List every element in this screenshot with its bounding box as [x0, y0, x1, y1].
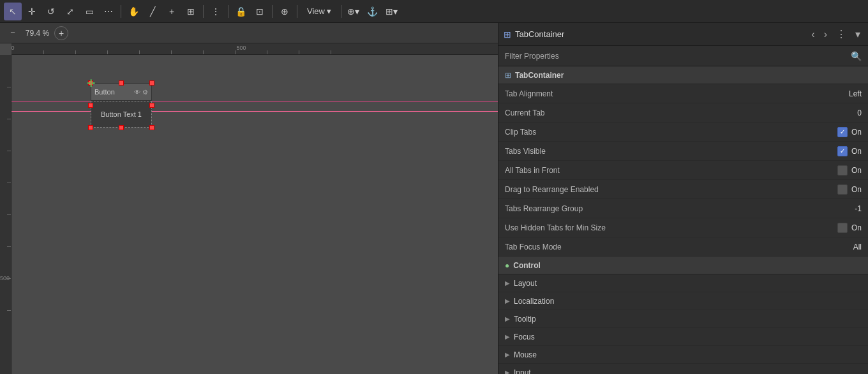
rect-tool-btn[interactable]: ▭	[80, 3, 98, 20]
prop-hidden-tabs-minsize-on: On	[851, 223, 862, 232]
prop-tab-alignment-value[interactable]: Left	[849, 89, 862, 98]
handle-bl[interactable]	[88, 125, 93, 130]
prop-tab-focus-mode-value[interactable]: All	[853, 243, 862, 251]
panel-forward-btn[interactable]: ›	[821, 27, 830, 41]
scale-tool-btn[interactable]: ⤢	[61, 3, 79, 20]
prop-tabs-rearrange-group-value[interactable]: -1	[855, 204, 862, 213]
btn-settings-icon[interactable]: ⚙	[142, 89, 148, 96]
sep2	[203, 5, 204, 18]
prop-tabs-visible-checkbox[interactable]: ✓	[837, 146, 848, 156]
extra-tool-btn[interactable]: +	[163, 3, 181, 20]
canvas-toolbar: − 79.4 % +	[0, 23, 498, 43]
button-text-node[interactable]: Button Text 1	[91, 101, 152, 128]
guide-line-horizontal	[11, 111, 498, 112]
prop-drag-rearrange: Drag to Rearrange Enabled On	[498, 180, 868, 199]
hand-tool-btn[interactable]: ✋	[124, 3, 142, 20]
view-btn[interactable]: View ▾	[301, 3, 338, 20]
rotate-tool-btn[interactable]: ↺	[42, 3, 60, 20]
section-tooltip[interactable]: ▶ Tooltip	[498, 310, 868, 328]
prop-current-tab-label: Current Tab	[505, 108, 857, 117]
prop-all-tabs-front-checkbox[interactable]	[837, 165, 848, 176]
section-mouse[interactable]: ▶ Mouse	[498, 346, 868, 364]
tooltip-label: Tooltip	[514, 315, 536, 324]
prop-clip-tabs-checkbox[interactable]: ✓	[837, 127, 848, 137]
handle-mr[interactable]	[149, 103, 154, 108]
control-section-icon: ●	[505, 261, 509, 270]
prop-tab-focus-mode-label: Tab Focus Mode	[505, 243, 853, 251]
section-input[interactable]: ▶ Input	[498, 364, 868, 374]
prop-all-tabs-front-on: On	[851, 166, 862, 175]
prop-current-tab-value[interactable]: 0	[857, 108, 862, 117]
handle-br[interactable]	[149, 125, 154, 130]
prop-hidden-tabs-minsize: Use Hidden Tabs for Min Size On	[498, 218, 868, 237]
grid-tool-btn[interactable]: ⊞	[182, 3, 200, 20]
prop-hidden-tabs-minsize-checkbox[interactable]	[837, 223, 848, 233]
panel-back-btn[interactable]: ‹	[809, 27, 817, 41]
selection-guide-line	[11, 101, 498, 101]
right-panel: ⊞ TabContainer ‹ › ⋮ ▾ Filter Properties…	[498, 23, 868, 374]
section-localization[interactable]: ▶ Localization	[498, 292, 868, 310]
zoom-label: 79.4 %	[23, 29, 52, 38]
prop-tabs-visible-label: Tabs Visible	[505, 147, 837, 156]
props-list: ⊞ TabContainer Tab Alignment Left Curren…	[498, 66, 868, 374]
sep6	[341, 5, 341, 18]
move-tool-btn[interactable]: ✛	[23, 3, 41, 20]
handle-ml[interactable]	[88, 103, 93, 108]
filter-search-btn[interactable]: 🔍	[851, 51, 862, 61]
anchor-btn[interactable]: ⚓	[364, 3, 382, 20]
prop-tab-alignment-label: Tab Alignment	[505, 89, 849, 98]
panel-header-left: ⊞ TabContainer	[504, 29, 564, 40]
tab-container-section-icon: ⊞	[505, 71, 511, 80]
button-node[interactable]: Button 👁 ⚙	[91, 83, 152, 101]
handle-bc[interactable]	[119, 125, 124, 130]
more-tool-btn[interactable]: ⋯	[100, 3, 117, 20]
node-widget[interactable]: ✛ Button 👁 ⚙	[82, 74, 149, 131]
tab-container-header-icon: ⊞	[504, 29, 511, 40]
btn-visibility-icon[interactable]: 👁	[134, 89, 140, 96]
canvas-workspace[interactable]: ✛ Button 👁 ⚙	[11, 55, 498, 374]
select-tool-btn[interactable]: ↖	[4, 3, 22, 20]
add-scene-btn[interactable]: ⊕▾	[345, 3, 363, 20]
lock-tool-btn[interactable]: 🔒	[232, 3, 250, 20]
localization-label: Localization	[514, 297, 554, 306]
prop-current-tab: Current Tab 0	[498, 103, 868, 123]
prop-hidden-tabs-minsize-value: On	[837, 223, 862, 233]
prop-clip-tabs-label: Clip Tabs	[505, 128, 837, 137]
snap-tool-btn[interactable]: ⊕	[276, 3, 294, 20]
handle-tc[interactable]	[119, 80, 124, 86]
prop-drag-rearrange-checkbox[interactable]	[837, 184, 848, 195]
focus-label: Focus	[514, 333, 535, 341]
zoom-out-btn[interactable]: −	[5, 26, 20, 41]
input-arrow-icon: ▶	[505, 369, 510, 374]
line-tool-btn[interactable]: ╱	[144, 3, 161, 20]
prop-tabs-visible-on: On	[851, 147, 862, 156]
panel-menu-btn[interactable]: ⋮	[834, 27, 849, 41]
mouse-arrow-icon: ▶	[505, 351, 510, 358]
prop-tabs-rearrange-group-label: Tabs Rearrange Group	[505, 204, 855, 213]
handle-tr[interactable]	[149, 80, 154, 86]
tooltip-arrow-icon: ▶	[505, 315, 510, 322]
transform-tool-btn[interactable]: ⊡	[251, 3, 269, 20]
top-toolbar: ↖ ✛ ↺ ⤢ ▭ ⋯ ✋ ╱ + ⊞ ⋮ 🔒 ⊡ ⊕ View ▾ ⊕▾ ⚓ …	[0, 0, 868, 23]
section-focus[interactable]: ▶ Focus	[498, 328, 868, 346]
localization-arrow-icon: ▶	[505, 297, 510, 304]
focus-arrow-icon: ▶	[505, 333, 510, 340]
panel-collapse-btn[interactable]: ▾	[853, 27, 863, 41]
zoom-add-btn[interactable]: +	[54, 26, 68, 40]
layout-arrow-icon: ▶	[505, 280, 510, 287]
move-handle-icon[interactable]: ✛	[87, 77, 95, 89]
tab-container-section-header: ⊞ TabContainer	[498, 66, 868, 84]
layout-label: Layout	[514, 279, 537, 288]
prop-tabs-visible: Tabs Visible ✓ On	[498, 142, 868, 161]
canvas-area[interactable]: − 79.4 % + 0 500	[0, 23, 498, 374]
debug-btn[interactable]: ⊞▾	[383, 3, 401, 20]
panel-title: TabContainer	[515, 29, 564, 39]
tab-container-section-title: TabContainer	[515, 71, 564, 80]
dots-tool-btn[interactable]: ⋮	[207, 3, 225, 20]
filter-bar: Filter Properties 🔍	[498, 46, 868, 66]
button-text-label: Button Text 1	[101, 110, 142, 118]
section-layout[interactable]: ▶ Layout	[498, 274, 868, 292]
ruler-label-0: 0	[11, 45, 15, 51]
prop-clip-tabs: Clip Tabs ✓ On	[498, 123, 868, 142]
prop-tab-focus-mode: Tab Focus Mode All	[498, 237, 868, 257]
